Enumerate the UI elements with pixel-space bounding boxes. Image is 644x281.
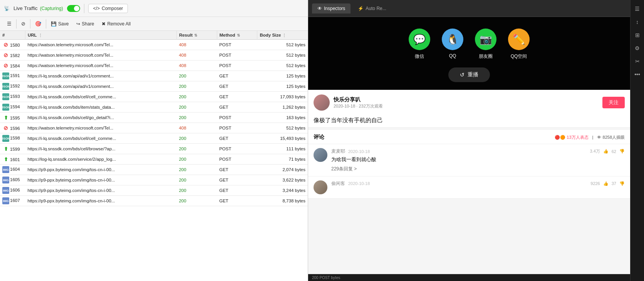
json-icon: JSON xyxy=(2,93,9,100)
share-app-qzone[interactable]: ✏️ QQ空间 xyxy=(508,29,530,60)
comment-avatar-1 xyxy=(314,148,327,162)
cell-result: 200 xyxy=(176,154,217,165)
table-row[interactable]: JSON1594 https://i-lq.snssdk.com/bds/ite… xyxy=(0,102,308,113)
cell-body: 512 bytes xyxy=(257,40,308,50)
table-row[interactable]: ⊘1580 https://watson.telemetry.microsoft… xyxy=(0,40,308,50)
cell-method: POST xyxy=(217,40,257,50)
table-row[interactable]: IMG1606 https://p9-ppx.byteimg.com/img/t… xyxy=(0,185,308,196)
wechat-icon: 💬 xyxy=(409,29,430,50)
sidebar-btn-more[interactable]: ••• xyxy=(632,69,643,80)
share-app-wechat[interactable]: 💬 微信 xyxy=(409,29,430,60)
comment-date-2: 2020-10-18 xyxy=(348,181,370,186)
json-icon: JSON xyxy=(2,104,9,111)
cell-num: IMG1607 xyxy=(0,196,25,206)
inspector-tab-label: Inspectors xyxy=(324,6,345,11)
capturing-badge: (Capturing) xyxy=(40,6,63,11)
sidebar-btn-menu[interactable]: ☰ xyxy=(632,3,643,15)
left-panel: 📡 Live Traffic (Capturing) </> Composer … xyxy=(0,0,308,281)
target-button[interactable]: 🎯 xyxy=(32,20,44,28)
cell-url: https://i-lq.snssdk.com/bds/cell/cell_co… xyxy=(25,92,176,102)
col-header-result[interactable]: Result⇅ xyxy=(176,31,217,40)
table-row[interactable]: JSON1598 https://i-lq.snssdk.com/bds/cel… xyxy=(0,133,308,144)
table-row[interactable]: JSON1593 https://i-lq.snssdk.com/bds/cel… xyxy=(0,92,308,102)
replay-button[interactable]: ↺ 重播 xyxy=(448,67,490,82)
cell-body: 111 bytes xyxy=(257,144,308,154)
table-row[interactable]: ⬆1601 https://log-lq.snssdk.com/service/… xyxy=(0,154,308,165)
video-info-area: 快乐分享叭 2020-10-18 · 232万次观看 关注 像极了当年没有手机的… xyxy=(308,90,630,274)
thumbdown-icon-2: 👎 xyxy=(619,181,625,186)
cell-method: GET xyxy=(217,185,257,196)
cell-result: 200 xyxy=(176,144,217,154)
share-app-moments[interactable]: 📷 朋友圈 xyxy=(475,29,496,60)
cell-num: ⬆1601 xyxy=(0,154,25,165)
composer-icon: </> xyxy=(93,6,100,11)
sidebar-btn-grid[interactable]: ⊞ xyxy=(632,29,643,41)
col-header-url[interactable]: URL⋮ xyxy=(25,31,176,40)
tab-inspectors[interactable]: 👁 Inspectors xyxy=(312,3,351,13)
cell-url: https://i-lq.snssdk.com/bds/item/stats_d… xyxy=(25,102,176,113)
share-button[interactable]: ↪ Share xyxy=(73,20,97,28)
table-row[interactable]: IMG1607 https://p9-ppx.byteimg.com/img/t… xyxy=(0,196,308,206)
sidebar-btn-resize[interactable]: ↕ xyxy=(632,16,643,28)
cell-method: POST xyxy=(217,144,257,154)
top-bar: 📡 Live Traffic (Capturing) </> Composer xyxy=(0,0,308,17)
wechat-label: 微信 xyxy=(415,53,424,60)
composer-label: Composer xyxy=(102,6,123,11)
col-header-method[interactable]: Method⇅ xyxy=(217,31,257,40)
table-row[interactable]: JSON1591 https://i-lq.snssdk.com/api/ad/… xyxy=(0,71,308,81)
cell-method: GET xyxy=(217,102,257,113)
menu-button[interactable]: ☰ xyxy=(4,20,15,28)
table-row[interactable]: ⬆1595 https://i-lq.snssdk.com/bds/cell/g… xyxy=(0,113,308,123)
cell-body: 512 bytes xyxy=(257,61,308,71)
cell-url: https://log-lq.snssdk.com/service/2/app_… xyxy=(25,154,176,165)
table-row[interactable]: ⊘1596 https://watson.telemetry.microsoft… xyxy=(0,123,308,133)
table-header: # URL⋮ Result⇅ Method⇅ Body Size⋮ xyxy=(0,31,308,40)
table-row[interactable]: ⊘1584 https://watson.telemetry.microsoft… xyxy=(0,61,308,71)
cell-body: 1,262 bytes xyxy=(257,102,308,113)
filter-button[interactable]: ⊘ xyxy=(18,20,29,28)
follow-label: 关注 xyxy=(609,99,619,105)
tab-auto-responder[interactable]: ⚡ Auto Re... xyxy=(352,3,391,13)
traffic-table[interactable]: # URL⋮ Result⇅ Method⇅ Body Size⋮ xyxy=(0,31,308,281)
table-row[interactable]: ⊘1582 https://watson.telemetry.microsoft… xyxy=(0,50,308,61)
col-header-body[interactable]: Body Size⋮ xyxy=(257,31,308,40)
table-row[interactable]: ⬆1599 https://i-lq.snssdk.com/bds/cell/b… xyxy=(0,144,308,154)
live-traffic-icon: 📡 xyxy=(4,6,10,11)
cell-num: ⬆1599 xyxy=(0,144,25,154)
blocked-icon: ⊘ xyxy=(2,125,9,131)
cell-result: 200 xyxy=(176,133,217,144)
moments-label: 朋友圈 xyxy=(479,53,493,60)
filter-icon: ⊘ xyxy=(21,21,25,27)
col-header-num[interactable]: # xyxy=(0,31,25,40)
cell-num: ⊘1580 xyxy=(0,40,25,50)
sidebar-btn-settings[interactable]: ⚙ xyxy=(632,42,643,54)
follow-button[interactable]: 关注 xyxy=(602,97,625,108)
comment-date-1: 2020-10-18 xyxy=(348,149,370,154)
cell-body: 125 bytes xyxy=(257,71,308,81)
thumbup-icon-1: 👍 xyxy=(603,149,609,154)
cell-url: https://watson.telemetry.microsoft.com/T… xyxy=(25,40,176,50)
remove-all-button[interactable]: ✖ Remove All xyxy=(99,20,134,28)
img-icon: IMG xyxy=(2,187,9,194)
composer-button[interactable]: </> Composer xyxy=(88,4,128,13)
sidebar-btn-cut[interactable]: ✂ xyxy=(632,56,643,67)
capturing-toggle[interactable] xyxy=(67,5,80,12)
save-button[interactable]: 💾 Save xyxy=(48,20,72,28)
moments-icon: 📷 xyxy=(475,29,496,50)
table-row[interactable]: IMG1605 https://p9-ppx.byteimg.com/img/t… xyxy=(0,175,308,185)
cell-body: 125 bytes xyxy=(257,81,308,92)
share-label: Share xyxy=(82,21,94,27)
comment-item-2: 偷闲客 2020-10-18 9226 👍 37 👎 xyxy=(308,177,630,199)
cell-body: 17,093 bytes xyxy=(257,92,308,102)
comment-replies-1[interactable]: 229条回复 > xyxy=(331,166,357,172)
share-app-qq[interactable]: 🐧 QQ xyxy=(442,29,463,60)
auto-tab-label: Auto Re... xyxy=(366,6,386,11)
table-row[interactable]: JSON1592 https://i-lq.snssdk.com/api/ad/… xyxy=(0,81,308,92)
cell-body: 8,738 bytes xyxy=(257,196,308,206)
cell-num: IMG1606 xyxy=(0,185,25,196)
bottom-bar: 200 POST bytes xyxy=(308,274,630,281)
table-row[interactable]: IMG1604 https://p9-ppx.byteimg.com/img/t… xyxy=(0,165,308,175)
comment-stats: 🔴🟠 13万人表态 | 👁 8258人插眼 xyxy=(555,135,625,140)
inspector-icon: 👁 xyxy=(317,6,322,11)
toolbar: ☰ ⊘ 🎯 💾 Save ↪ Share ✖ Remove All xyxy=(0,17,308,31)
